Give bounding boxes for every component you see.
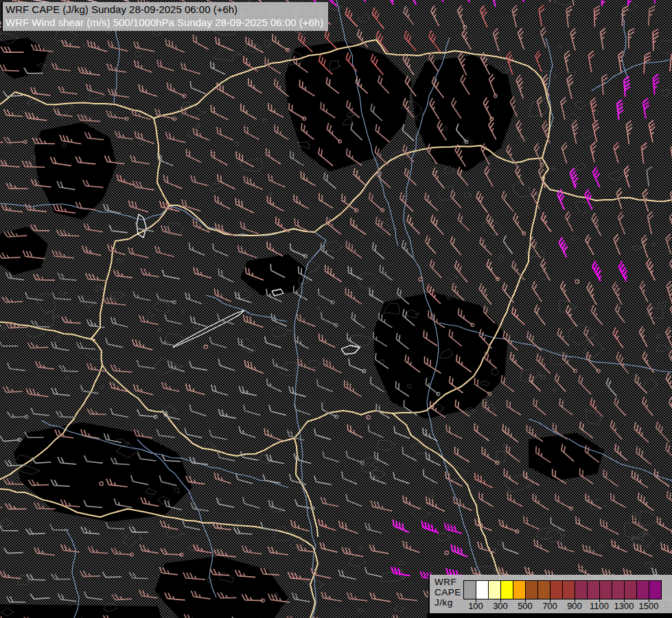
- legend-color-cell: [476, 581, 489, 599]
- legend-tick-label: 1100: [588, 601, 611, 611]
- legend-color-cell: [538, 581, 551, 599]
- legend-label-line3: J/kg: [435, 597, 461, 608]
- legend-label: WRF CAPE J/kg: [435, 577, 461, 608]
- legend-color-cell: [588, 581, 600, 599]
- legend-bottom-strip: [427, 613, 672, 618]
- legend-tick-label: 100: [464, 601, 487, 611]
- legend-tick-label: 700: [538, 601, 561, 611]
- legend-color-cell: [551, 581, 563, 599]
- legend-color-cell: [649, 581, 661, 599]
- map-canvas: [0, 0, 672, 618]
- legend-tick-label: 500: [513, 601, 537, 611]
- legend-color-cell: [501, 581, 513, 599]
- legend-color-cell: [526, 581, 538, 599]
- legend-color-cell: [464, 581, 476, 599]
- legend-color-cell: [489, 581, 501, 599]
- legend-color-cell: [563, 581, 575, 599]
- legend-cells: [463, 580, 662, 599]
- title-cape: WRF CAPE (J/kg) Sunday 28-09-2025 06:00 …: [5, 3, 323, 16]
- legend-color-cell: [600, 581, 612, 599]
- legend-label-line1: WRF: [435, 577, 461, 587]
- title-wind-shear: WRF Wind shear (m/s) 500/1000hPa Sunday …: [5, 16, 323, 30]
- legend-tick-label: 900: [563, 601, 586, 611]
- cape-legend: WRF CAPE J/kg 10030050070090011001300150…: [428, 575, 672, 614]
- legend-tick-label: 1500: [637, 601, 660, 611]
- legend-color-cell: [575, 581, 588, 599]
- legend-color-cell: [625, 581, 637, 599]
- legend-color-cell: [612, 581, 625, 599]
- legend-tick-label: 300: [489, 601, 512, 611]
- weather-map: WRF CAPE (J/kg) Sunday 28-09-2025 06:00 …: [0, 0, 672, 618]
- map-title-overlay: WRF CAPE (J/kg) Sunday 28-09-2025 06:00 …: [1, 2, 328, 31]
- legend-color-cell: [637, 581, 649, 599]
- legend-label-line2: CAPE: [435, 587, 461, 597]
- legend-color-cell: [513, 581, 526, 599]
- legend-tick-label: 1300: [612, 601, 636, 611]
